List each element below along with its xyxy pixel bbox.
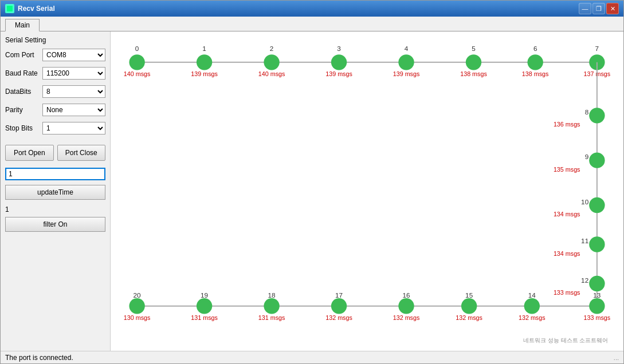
- filter-value: 1: [5, 205, 105, 213]
- content-area: Serial Setting Com Port COM8 COM1 COM2 C…: [1, 31, 623, 351]
- svg-text:10: 10: [581, 198, 589, 205]
- svg-text:134 msgs: 134 msgs: [554, 250, 580, 257]
- baud-rate-row: Baud Rate 115200 9600 19200 38400 57600: [5, 67, 105, 80]
- svg-point-43: [129, 298, 144, 314]
- svg-point-46: [197, 298, 212, 314]
- data-bits-select[interactable]: 8 5 6 7: [42, 85, 105, 98]
- svg-text:130 msgs: 130 msgs: [124, 314, 151, 321]
- baud-rate-select[interactable]: 115200 9600 19200 38400 57600: [42, 67, 105, 80]
- svg-text:네트워크 성능 테스트 소프트웨어: 네트워크 성능 테스트 소프트웨어: [523, 337, 608, 343]
- svg-text:136 msgs: 136 msgs: [554, 121, 580, 128]
- svg-text:131 msgs: 131 msgs: [258, 314, 285, 321]
- filter-on-button[interactable]: filter On: [5, 217, 105, 232]
- com-port-select[interactable]: COM8 COM1 COM2 COM3 COM4: [42, 49, 105, 61]
- svg-point-36: [589, 236, 605, 252]
- svg-text:133 msgs: 133 msgs: [554, 289, 580, 296]
- svg-text:132 msgs: 132 msgs: [456, 314, 482, 321]
- svg-text:12: 12: [581, 276, 588, 284]
- parity-row: Parity None Odd Even: [5, 104, 105, 116]
- close-button[interactable]: ✕: [606, 3, 619, 14]
- svg-text:131 msgs: 131 msgs: [191, 314, 218, 321]
- restore-button[interactable]: ❐: [592, 3, 605, 14]
- svg-text:139 msgs: 139 msgs: [191, 70, 218, 77]
- svg-text:138 msgs: 138 msgs: [522, 70, 549, 77]
- main-window: Recv Serial — ❐ ✕ Main Serial Setting Co…: [0, 0, 624, 364]
- data-bits-label: DataBits: [5, 88, 42, 96]
- svg-text:19: 19: [201, 291, 208, 299]
- svg-text:20: 20: [134, 291, 142, 299]
- svg-point-27: [589, 108, 605, 123]
- parity-label: Parity: [5, 106, 42, 114]
- stop-bits-label: Stop Bits: [5, 124, 42, 132]
- svg-point-49: [264, 298, 279, 314]
- left-panel: Serial Setting Com Port COM8 COM1 COM2 C…: [1, 31, 111, 351]
- port-open-button[interactable]: Port Open: [5, 145, 54, 161]
- svg-point-17: [466, 54, 481, 70]
- app-icon: [5, 4, 14, 13]
- svg-text:14: 14: [528, 291, 536, 299]
- baud-rate-label: Baud Rate: [5, 69, 42, 77]
- status-bar: The port is connected. ...: [1, 351, 623, 363]
- svg-text:132 msgs: 132 msgs: [519, 314, 545, 321]
- svg-text:11: 11: [581, 237, 588, 244]
- svg-point-8: [264, 54, 279, 70]
- com-port-label: Com Port: [5, 51, 42, 59]
- svg-text:0: 0: [135, 45, 139, 52]
- svg-text:133 msgs: 133 msgs: [584, 314, 611, 321]
- update-time-button[interactable]: updateTime: [5, 185, 105, 200]
- port-buttons: Port Open Port Close: [5, 145, 105, 161]
- svg-point-39: [589, 276, 605, 291]
- port-close-button[interactable]: Port Close: [57, 145, 106, 161]
- svg-text:13: 13: [593, 291, 601, 299]
- svg-text:139 msgs: 139 msgs: [393, 70, 420, 77]
- svg-text:132 msgs: 132 msgs: [325, 314, 352, 321]
- parity-select[interactable]: None Odd Even: [42, 104, 105, 116]
- svg-text:138 msgs: 138 msgs: [460, 70, 487, 77]
- watermark: ...: [614, 354, 619, 361]
- right-panel: 0 140 msgs 1 139 msgs 2 140 msgs 3 139 m…: [111, 31, 623, 351]
- svg-point-20: [527, 54, 543, 70]
- svg-text:140 msgs: 140 msgs: [258, 70, 285, 77]
- svg-text:5: 5: [472, 45, 476, 52]
- svg-point-52: [331, 298, 347, 314]
- svg-text:140 msgs: 140 msgs: [124, 70, 151, 77]
- svg-text:139 msgs: 139 msgs: [325, 70, 352, 77]
- stop-bits-row: Stop Bits 1 1.5 2: [5, 122, 105, 134]
- svg-text:17: 17: [335, 291, 343, 299]
- svg-text:6: 6: [533, 45, 537, 52]
- svg-rect-0: [7, 6, 13, 11]
- window-title: Recv Serial: [18, 5, 575, 13]
- minimize-button[interactable]: —: [579, 3, 591, 14]
- stop-bits-select[interactable]: 1 1.5 2: [42, 122, 105, 134]
- svg-text:134 msgs: 134 msgs: [554, 211, 580, 217]
- svg-point-5: [197, 54, 212, 70]
- com-port-row: Com Port COM8 COM1 COM2 COM3 COM4: [5, 49, 105, 61]
- svg-text:132 msgs: 132 msgs: [393, 314, 420, 321]
- svg-point-11: [331, 54, 347, 70]
- svg-point-58: [461, 298, 477, 314]
- data-bits-row: DataBits 8 5 6 7: [5, 85, 105, 98]
- svg-text:18: 18: [268, 291, 276, 299]
- svg-point-61: [524, 298, 540, 314]
- window-controls: — ❐ ✕: [579, 3, 619, 14]
- svg-point-14: [398, 54, 414, 70]
- serial-setting-label: Serial Setting: [5, 36, 105, 44]
- svg-point-2: [129, 54, 144, 70]
- update-time-input[interactable]: [5, 168, 105, 180]
- svg-point-30: [589, 152, 605, 168]
- svg-point-33: [589, 197, 605, 213]
- svg-point-64: [589, 298, 605, 314]
- svg-text:135 msgs: 135 msgs: [554, 166, 580, 173]
- svg-point-55: [398, 298, 414, 314]
- svg-text:15: 15: [465, 291, 473, 299]
- svg-text:2: 2: [270, 45, 274, 52]
- svg-text:7: 7: [595, 45, 599, 52]
- svg-text:8: 8: [585, 108, 589, 116]
- tab-main[interactable]: Main: [5, 19, 40, 31]
- svg-text:9: 9: [585, 153, 589, 160]
- svg-text:16: 16: [402, 291, 410, 299]
- status-message: The port is connected.: [5, 354, 73, 362]
- chart-area: 0 140 msgs 1 139 msgs 2 140 msgs 3 139 m…: [111, 31, 623, 351]
- title-bar: Recv Serial — ❐ ✕: [1, 1, 623, 17]
- svg-text:4: 4: [405, 45, 409, 52]
